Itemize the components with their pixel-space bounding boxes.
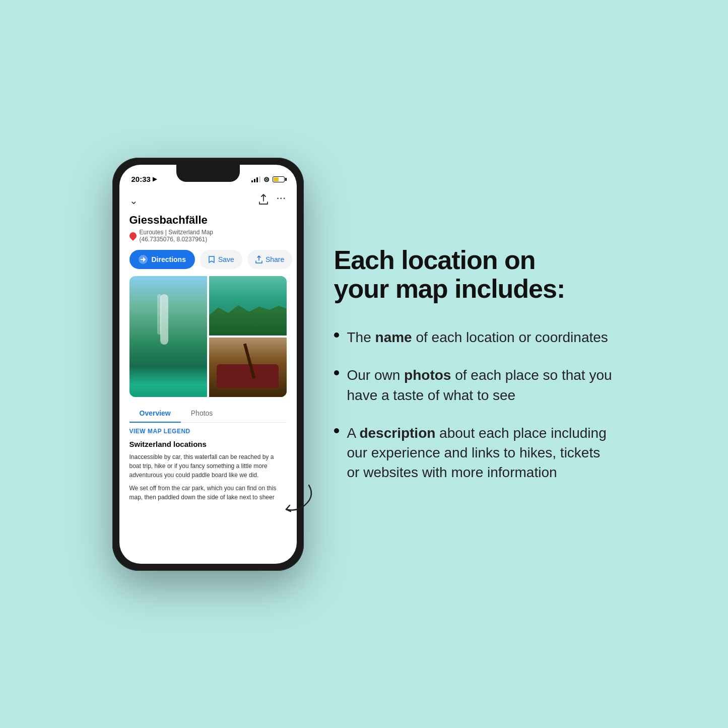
view-legend-link[interactable]: VIEW MAP LEGEND <box>129 428 287 435</box>
signal-bars-icon <box>251 176 260 182</box>
main-container: 20:33 ▶ ⊜ <box>62 138 667 591</box>
tabs: Overview Photos <box>129 404 287 423</box>
tab-overview[interactable]: Overview <box>129 404 181 422</box>
bullet-text-description: A description about each place including… <box>347 423 616 483</box>
bullet-dot-3 <box>334 428 339 433</box>
bullet-text-name: The name of each location or coordinates <box>347 327 608 347</box>
right-content: Each location on your map includes: The … <box>334 246 616 483</box>
battery-fill <box>274 177 279 181</box>
bullet-dot-1 <box>334 333 339 338</box>
share-icon[interactable] <box>258 194 269 208</box>
wifi-icon: ⊜ <box>263 175 270 183</box>
location-source: Euroutes | Switzerland Map (46.7335076, … <box>140 229 214 243</box>
description-paragraph-2: We set off from the car park, which you … <box>129 484 287 502</box>
signal-bar-3 <box>256 177 258 182</box>
action-buttons: Directions Save Share <box>129 250 287 269</box>
main-heading: Each location on your map includes: <box>334 246 616 303</box>
location-name: Giessbachfälle <box>129 214 287 227</box>
directions-button[interactable]: Directions <box>129 250 195 269</box>
photo-grid <box>129 276 287 397</box>
more-options-icon[interactable]: ··· <box>277 194 286 208</box>
tab-photos[interactable]: Photos <box>181 404 223 422</box>
location-arrow-icon: ▶ <box>153 176 157 182</box>
status-time: 20:33 ▶ <box>131 175 157 183</box>
save-button[interactable]: Save <box>200 250 242 269</box>
svg-marker-0 <box>141 257 146 262</box>
maps-pin-icon <box>128 231 138 241</box>
section-title: Switzerland locations <box>129 440 287 448</box>
share-button[interactable]: Share <box>247 250 292 269</box>
description-paragraph-1: Inaccessible by car, this waterfall can … <box>129 452 287 480</box>
signal-bar-1 <box>251 180 253 182</box>
phone-outer: 20:33 ▶ ⊜ <box>112 158 304 571</box>
top-nav: ⌄ ··· <box>129 190 287 214</box>
bullet-item-description: A description about each place including… <box>334 423 616 483</box>
phone-wrapper: 20:33 ▶ ⊜ <box>112 158 304 571</box>
bullet-dot-2 <box>334 370 339 375</box>
photo-waterfall <box>129 276 207 397</box>
nav-icons: ··· <box>258 194 286 208</box>
photo-river-trees <box>209 276 287 336</box>
signal-bar-4 <box>259 176 260 182</box>
bullet-item-name: The name of each location or coordinates <box>334 327 616 347</box>
photo-kayak <box>209 338 287 397</box>
app-content: ⌄ ··· Giessbachfälle <box>119 190 297 502</box>
time-display: 20:33 <box>131 175 151 183</box>
phone-notch <box>176 165 240 182</box>
signal-bar-2 <box>254 179 255 182</box>
back-button[interactable]: ⌄ <box>129 194 138 207</box>
photo-right-column <box>209 276 287 397</box>
directions-icon <box>139 255 148 264</box>
battery-icon <box>273 176 285 182</box>
location-meta: Euroutes | Switzerland Map (46.7335076, … <box>129 229 287 243</box>
bullet-list: The name of each location or coordinates… <box>334 327 616 482</box>
arrow-annotation <box>279 480 319 510</box>
bullet-text-photos: Our own photos of each place so that you… <box>347 365 616 405</box>
status-icons: ⊜ <box>251 175 285 183</box>
bullet-item-photos: Our own photos of each place so that you… <box>334 365 616 405</box>
phone-inner: 20:33 ▶ ⊜ <box>119 165 297 564</box>
